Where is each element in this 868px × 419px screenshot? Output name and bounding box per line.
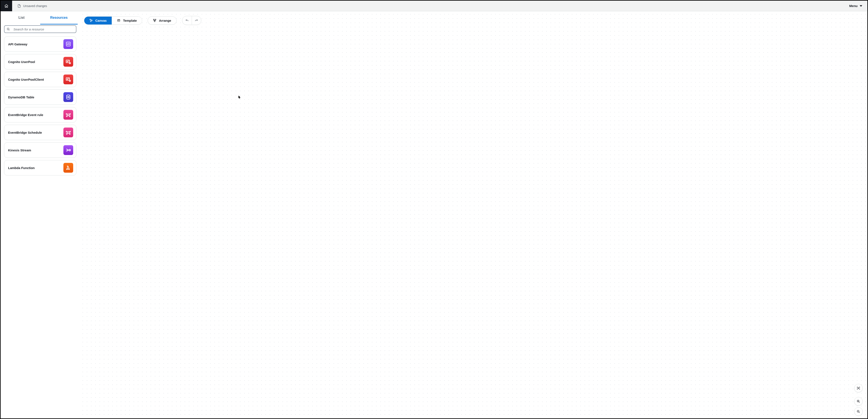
- zoom-out-button[interactable]: [854, 407, 863, 416]
- unsaved-changes-label: Unsaved changes: [23, 4, 47, 8]
- menu-label: Menu: [849, 4, 858, 8]
- zoom-controls: [854, 384, 863, 416]
- canvas[interactable]: Canvas Template Arrange: [80, 11, 867, 418]
- resource-label: Cognito UserPool: [8, 60, 35, 64]
- redo-icon: [194, 19, 198, 22]
- svg-point-17: [69, 131, 71, 132]
- svg-point-16: [66, 131, 67, 132]
- caret-down-icon: [860, 5, 862, 7]
- tab-list[interactable]: List: [3, 11, 40, 25]
- dynamodb-icon: [63, 92, 73, 102]
- svg-point-15: [67, 131, 69, 133]
- zoom-in-button[interactable]: [854, 397, 863, 406]
- cognito-icon: [63, 74, 73, 84]
- template-view-icon: [117, 19, 120, 22]
- undo-button[interactable]: [182, 16, 192, 25]
- svg-line-1: [9, 30, 9, 30]
- resource-label: DynamoDB Table: [8, 95, 34, 99]
- api-gateway-icon: [63, 39, 73, 49]
- svg-rect-22: [91, 20, 92, 21]
- template-view-label: Template: [123, 19, 137, 22]
- resource-label: EventBridge Event rule: [8, 113, 43, 117]
- undo-icon: [185, 19, 189, 22]
- redo-button[interactable]: [192, 16, 201, 25]
- header-bar: Unsaved changes Menu: [1, 1, 867, 11]
- resource-api-gateway[interactable]: API Gateway: [4, 36, 76, 52]
- resource-label: Cognito UserPoolClient: [8, 78, 44, 81]
- svg-point-10: [67, 114, 69, 116]
- arrange-icon: [153, 19, 156, 22]
- zoom-in-icon: [857, 399, 860, 403]
- eventbridge-icon: [63, 110, 73, 120]
- svg-rect-28: [858, 388, 859, 389]
- sidebar: List Resources API Gateway Cognito UserP…: [1, 11, 80, 418]
- resource-label: EventBridge Schedule: [8, 131, 42, 134]
- fit-view-icon: [857, 386, 860, 390]
- svg-rect-26: [155, 19, 156, 20]
- resource-lambda-function[interactable]: Lambda Function: [4, 160, 76, 175]
- search-icon: [7, 27, 10, 31]
- home-icon: [4, 4, 8, 8]
- cursor-indicator: [239, 96, 241, 100]
- lambda-icon: [63, 163, 73, 173]
- resource-kinesis-stream[interactable]: Kinesis Stream: [4, 143, 76, 158]
- resource-dynamodb-table[interactable]: DynamoDB Table: [4, 89, 76, 105]
- svg-point-11: [66, 114, 67, 115]
- resource-label: Lambda Function: [8, 166, 35, 170]
- menu-button[interactable]: Menu: [849, 4, 862, 8]
- view-toggle-group: Canvas Template: [84, 17, 142, 25]
- canvas-view-label: Canvas: [95, 19, 106, 22]
- undo-redo-group: [182, 16, 201, 25]
- cognito-icon: [63, 57, 73, 67]
- kinesis-icon: [63, 145, 73, 155]
- arrange-button[interactable]: Arrange: [148, 17, 177, 25]
- search-wrap: [4, 25, 76, 33]
- canvas-view-button[interactable]: Canvas: [84, 17, 112, 25]
- resource-label: API Gateway: [8, 42, 27, 46]
- tab-resources[interactable]: Resources: [40, 11, 78, 25]
- template-view-button[interactable]: Template: [112, 17, 142, 25]
- svg-rect-25: [153, 19, 154, 20]
- unsaved-changes-status: Unsaved changes: [17, 4, 47, 8]
- canvas-view-icon: [89, 19, 93, 22]
- resource-eventbridge-rule[interactable]: EventBridge Event rule: [4, 107, 76, 122]
- fit-view-button[interactable]: [854, 384, 863, 392]
- home-button[interactable]: [1, 1, 12, 11]
- resource-list: API Gateway Cognito UserPool Cognito Use…: [3, 36, 78, 175]
- svg-rect-21: [90, 19, 91, 20]
- svg-point-12: [69, 114, 71, 115]
- main-area: List Resources API Gateway Cognito UserP…: [1, 11, 867, 418]
- canvas-toolbar: Canvas Template Arrange: [84, 16, 201, 25]
- sidebar-tabs: List Resources: [3, 11, 78, 25]
- zoom-out-icon: [857, 410, 860, 414]
- arrange-label: Arrange: [159, 19, 171, 22]
- resource-eventbridge-schedule[interactable]: EventBridge Schedule: [4, 125, 76, 140]
- eventbridge-icon: [63, 127, 73, 137]
- file-status-icon: [17, 4, 21, 8]
- resource-cognito-userpool[interactable]: Cognito UserPool: [4, 54, 76, 69]
- resource-cognito-userpoolclient[interactable]: Cognito UserPoolClient: [4, 72, 76, 87]
- svg-rect-27: [154, 21, 155, 22]
- resource-label: Kinesis Stream: [8, 148, 31, 152]
- svg-point-0: [7, 28, 9, 30]
- svg-point-9: [67, 95, 70, 96]
- search-input[interactable]: [4, 25, 76, 33]
